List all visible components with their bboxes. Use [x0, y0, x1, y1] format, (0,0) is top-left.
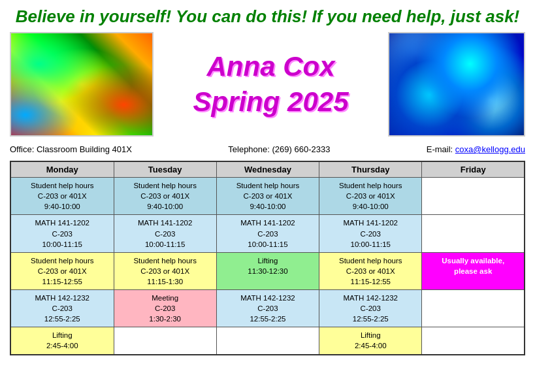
table-cell: MATH 141-1202C-20310:00-11:15	[114, 215, 216, 252]
col-wednesday: Wednesday	[216, 161, 319, 178]
center-header: Anna Cox Spring 2025	[154, 52, 388, 117]
page-container: Believe in yourself! You can do this! If…	[0, 0, 535, 362]
table-cell: MeetingC-2031:30-2:30	[114, 290, 216, 327]
instructor-name: Anna Cox	[160, 52, 381, 82]
table-cell: Student help hoursC-203 or 401X9:40-10:0…	[319, 178, 422, 215]
table-row: MATH 141-1202C-20310:00-11:15MATH 141-12…	[10, 215, 525, 252]
table-cell: Student help hoursC-203 or 401X9:40-10:0…	[114, 178, 216, 215]
email-label: E-mail:	[427, 144, 455, 154]
table-row: Student help hoursC-203 or 401X9:40-10:0…	[10, 178, 525, 215]
table-cell	[422, 178, 525, 215]
table-header-row: Monday Tuesday Wednesday Thursday Friday	[10, 161, 525, 178]
table-cell: MATH 141-1202C-20310:00-11:15	[319, 215, 422, 252]
table-cell: Usually available,please ask	[422, 252, 525, 289]
table-cell: MATH 142-1232C-20312:55-2:25	[216, 290, 319, 327]
table-cell: Student help hoursC-203 or 401X11:15-12:…	[319, 252, 422, 289]
email-link[interactable]: coxa@kellogg.edu	[455, 144, 525, 154]
schedule-table: Monday Tuesday Wednesday Thursday Friday…	[10, 161, 525, 355]
table-cell	[114, 327, 216, 355]
col-friday: Friday	[422, 161, 525, 178]
col-thursday: Thursday	[319, 161, 422, 178]
table-cell: Student help hoursC-203 or 401X11:15-12:…	[10, 252, 114, 289]
telephone-info: Telephone: (269) 660-2333	[228, 144, 330, 154]
contact-bar: Office: Classroom Building 401X Telephon…	[10, 143, 525, 155]
banner-text: Believe in yourself! You can do this! If…	[10, 7, 525, 27]
fractal-right-image	[388, 32, 525, 137]
table-row: MATH 142-1232C-20312:55-2:25MeetingC-203…	[10, 290, 525, 327]
table-cell: Lifting2:45-4:00	[10, 327, 114, 355]
table-cell: Student help hoursC-203 or 401X9:40-10:0…	[216, 178, 319, 215]
top-section: Anna Cox Spring 2025	[10, 32, 525, 137]
table-cell: MATH 142-1232C-20312:55-2:25	[319, 290, 422, 327]
table-cell: Student help hoursC-203 or 401X11:15-1:3…	[114, 252, 216, 289]
col-tuesday: Tuesday	[114, 161, 216, 178]
table-cell: MATH 141-1202C-20310:00-11:15	[10, 215, 114, 252]
email-info: E-mail: coxa@kellogg.edu	[427, 144, 525, 154]
table-cell: Lifting11:30-12:30	[216, 252, 319, 289]
table-cell	[422, 327, 525, 355]
semester-label: Spring 2025	[160, 87, 381, 117]
table-row: Student help hoursC-203 or 401X11:15-12:…	[10, 252, 525, 289]
table-cell	[422, 290, 525, 327]
col-monday: Monday	[10, 161, 114, 178]
table-row: Lifting2:45-4:00Lifting2:45-4:00	[10, 327, 525, 355]
table-cell: MATH 141-1202C-20310:00-11:15	[216, 215, 319, 252]
table-cell	[422, 215, 525, 252]
office-info: Office: Classroom Building 401X	[10, 144, 132, 154]
table-cell: MATH 142-1232C-20312:55-2:25	[10, 290, 114, 327]
table-cell: Lifting2:45-4:00	[319, 327, 422, 355]
table-cell	[216, 327, 319, 355]
table-cell: Student help hoursC-203 or 401X9:40-10:0…	[10, 178, 114, 215]
fractal-left-image	[10, 32, 154, 137]
